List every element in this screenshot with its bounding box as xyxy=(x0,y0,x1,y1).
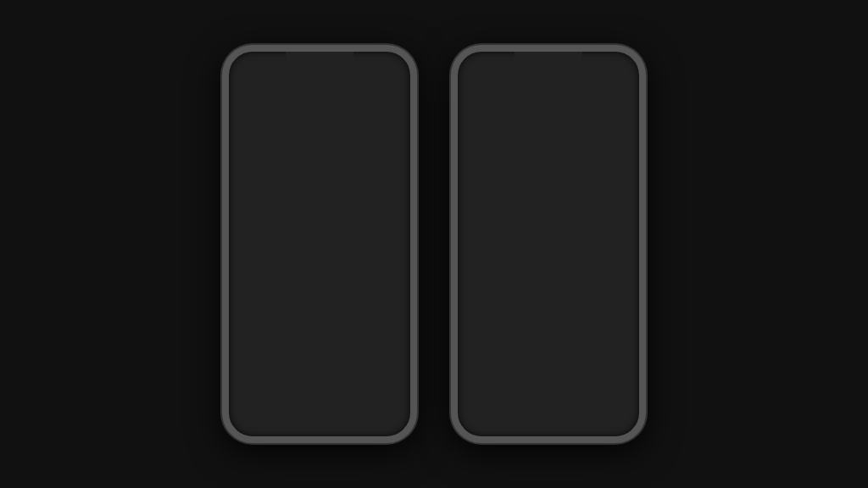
dropdown-item-2-2[interactable]: ர முகம் xyxy=(483,228,631,260)
search-bar-1: >T go × OCR xyxy=(229,113,410,143)
app-bar-1: ☰ Home ⌂ ♡ ⏱ 📋 ⋮ xyxy=(229,75,410,113)
dropdown-2: ர ர சி து ர முகம் ரஃபி ரக மெல்லிய xyxy=(483,164,631,324)
dropdown-item-1-2[interactable]: Go After xyxy=(242,225,395,255)
ocr-label-1[interactable]: OCR xyxy=(299,122,321,134)
search-bar-2: T>E ர × 🎤 xyxy=(458,113,639,143)
lang-badge-1[interactable]: >T xyxy=(234,124,248,133)
phone-1: 📶 ♫ 3% 9:28 AM ☰ Home ⌂ ♡ ⏱ 📋 ⋮ >T go × xyxy=(222,45,417,443)
phone-1-screen: 📶 ♫ 3% 9:28 AM ☰ Home ⌂ ♡ ⏱ 📋 ⋮ >T go × xyxy=(229,52,410,436)
phone-2-screen: 📶 ♫ 0% 9:27 AM ☰ Home ⌂ ♡ ⏱ 📋 ⋮ T>E ர × xyxy=(458,52,639,436)
phone-2: 📶 ♫ 0% 9:27 AM ☰ Home ⌂ ♡ ⏱ 📋 ⋮ T>E ர × xyxy=(451,45,646,443)
previous-btn-1[interactable]: Previous xyxy=(236,147,275,159)
dropdown-1: Go Go Across Go After Go All Out Go Alon… xyxy=(242,164,395,315)
lang-badge-2[interactable]: T>E xyxy=(463,124,481,133)
status-right-2: 0% 9:27 AM xyxy=(593,60,629,68)
status-bar-2: 📶 ♫ 0% 9:27 AM xyxy=(458,52,639,75)
status-bar-1: 📶 ♫ 3% 9:28 AM xyxy=(229,52,410,75)
lang-circle-1 xyxy=(251,120,266,136)
dropdown-item-1-0[interactable]: Go xyxy=(242,164,395,194)
signal-icon: 📶 xyxy=(239,59,248,68)
home-icon-1[interactable]: ⌂ xyxy=(307,87,322,101)
notch-1 xyxy=(294,52,345,67)
lang-circle-2 xyxy=(484,120,499,136)
mic-icon-2[interactable]: 🎤 xyxy=(620,121,634,135)
status-left-1: 📶 ♫ xyxy=(239,59,258,68)
clear-icon-2[interactable]: × xyxy=(515,121,522,135)
bottom-word-1-2[interactable]: go to xyxy=(363,413,383,423)
signal-icon-2: 📶 xyxy=(468,59,477,68)
battery-text-2: 0% xyxy=(593,60,603,68)
search-text-1: go xyxy=(275,122,286,134)
app-bar-2: ☰ Home ⌂ ♡ ⏱ 📋 ⋮ xyxy=(458,75,639,113)
home-icon-2[interactable]: ⌂ xyxy=(536,87,551,101)
dropdown-item-2-3[interactable]: ரஃபி xyxy=(483,260,631,292)
dropdown-item-1-1[interactable]: Go Across xyxy=(242,194,395,225)
more-icon-2[interactable]: ⋮ xyxy=(617,87,632,101)
dropdown-item-2-0[interactable]: ர xyxy=(483,164,631,196)
nav-row-1: Previous Clea xyxy=(229,143,410,164)
search-input-2[interactable]: ர × xyxy=(503,117,613,139)
app-title-1: Home xyxy=(256,87,302,102)
menu-icon-2[interactable]: ☰ xyxy=(465,87,480,101)
battery-text-1: 3% xyxy=(364,60,374,68)
dropdown-item-2-1[interactable]: ர சி து xyxy=(483,196,631,228)
heart-icon-1[interactable]: ♡ xyxy=(327,87,342,101)
notch-2 xyxy=(523,52,574,67)
app-title-2: Home xyxy=(485,87,531,102)
wifi-icon: ♫ xyxy=(252,59,258,68)
wifi-icon-2: ♫ xyxy=(481,59,487,68)
clear-icon-1[interactable]: × xyxy=(289,121,296,135)
dropdown-item-1-4[interactable]: Go Along xyxy=(242,286,395,315)
time-text-1: 9:28 AM xyxy=(376,60,400,68)
list-icon-2[interactable]: 📋 xyxy=(597,87,612,101)
heart-icon-2[interactable]: ♡ xyxy=(556,87,571,101)
status-right-1: 3% 9:28 AM xyxy=(364,60,400,68)
bottom-word-1-0[interactable]: good xyxy=(256,413,276,423)
bottom-row-1: good go go to xyxy=(229,413,410,423)
previous-btn-2[interactable]: Previous xyxy=(465,147,504,159)
nav-row-2: Previous lear xyxy=(458,143,639,164)
search-text-2: ர xyxy=(508,122,512,134)
more-icon-1[interactable]: ⋮ xyxy=(388,87,403,101)
bottom-word-1-1[interactable]: go xyxy=(314,413,325,423)
clock-icon-2[interactable]: ⏱ xyxy=(576,87,592,101)
status-left-2: 📶 ♫ xyxy=(468,59,487,68)
menu-icon-1[interactable]: ☰ xyxy=(236,87,251,101)
dropdown-item-1-3[interactable]: Go All Out xyxy=(242,255,395,286)
list-icon-1[interactable]: 📋 xyxy=(368,87,383,101)
clear-btn-2[interactable]: lear xyxy=(620,149,632,158)
time-text-2: 9:27 AM xyxy=(604,60,629,68)
clock-icon-1[interactable]: ⏱ xyxy=(348,87,363,101)
clear-btn-1[interactable]: Clea xyxy=(387,149,403,158)
search-input-1[interactable]: go × OCR xyxy=(270,117,405,139)
dropdown-item-2-4[interactable]: ரக மெல்லிய xyxy=(483,292,631,324)
